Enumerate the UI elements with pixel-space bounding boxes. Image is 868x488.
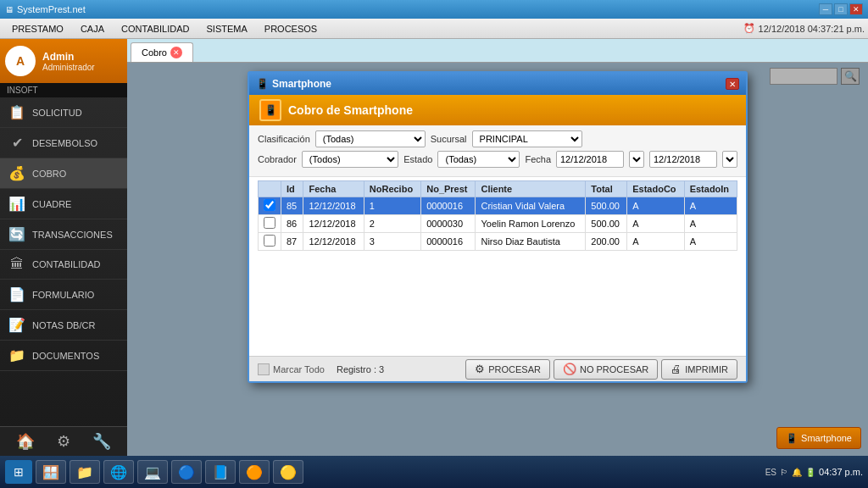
sidebar-item-formulario[interactable]: 📄 FORMULARIO — [0, 280, 127, 310]
table-body: 85 12/12/2018 1 0000016 Cristian Vidal V… — [259, 197, 737, 251]
cuadre-icon: 📊 — [8, 196, 25, 212]
cell-total: 200.00 — [586, 233, 627, 251]
sidebar-item-cobro[interactable]: 💰 COBRO — [0, 158, 127, 189]
taskbar-app-2[interactable]: 🌐 — [103, 460, 134, 484]
cell-estadoin: A — [684, 215, 737, 233]
menu-bar: PRESTAMO CAJA CONTABILIDAD SISTEMA PROCE… — [0, 19, 868, 39]
clasificacion-select[interactable]: (Todas) — [315, 130, 426, 147]
user-role: Administrador — [42, 63, 95, 72]
cell-estadoin: A — [684, 233, 737, 251]
main-layout: A Admin Administrador INSOFT 📋 SOLICITUD… — [0, 39, 868, 456]
cobrador-select[interactable]: (Todos) — [302, 151, 398, 168]
modal-overlay: 📱 Smartphone ✕ 📱 Cobro de Smartphone Cla… — [127, 63, 868, 456]
imprimir-icon: 🖨 — [670, 363, 682, 375]
menu-caja[interactable]: CAJA — [72, 22, 113, 36]
fecha-from-dropdown[interactable]: ▼ — [629, 151, 644, 168]
cobro-icon: 💰 — [8, 165, 25, 181]
cell-noprest: 0000016 — [421, 233, 476, 251]
table-row[interactable]: 86 12/12/2018 2 0000030 Yoelin Ramon Lor… — [259, 215, 737, 233]
config-icon[interactable]: 🔧 — [92, 432, 111, 451]
estado-label: Estado — [403, 154, 432, 164]
smartphone-btn-icon: 📱 — [786, 433, 798, 444]
filter-row-2: Cobrador (Todos) Estado (Todas) Fecha — [258, 151, 737, 168]
formulario-icon: 📄 — [8, 286, 25, 302]
sidebar-item-solicitud[interactable]: 📋 SOLICITUD — [0, 97, 127, 128]
menu-prestamo[interactable]: PRESTAMO — [3, 22, 72, 36]
taskbar-app-6[interactable]: 🟠 — [239, 460, 270, 484]
sidebar-item-contabilidad[interactable]: 🏛 CONTABILIDAD — [0, 250, 127, 280]
minimize-button[interactable]: ─ — [819, 3, 832, 15]
fecha-to-input[interactable] — [649, 151, 717, 168]
cobrador-label: Cobrador — [258, 154, 297, 164]
procesar-button[interactable]: ⚙ PROCESAR — [465, 359, 550, 380]
taskbar-app-3[interactable]: 💻 — [137, 460, 168, 484]
modal-close-button[interactable]: ✕ — [726, 78, 739, 90]
taskbar-notify-icon: 🔔 — [792, 468, 802, 477]
filter-row-1: Clasificación (Todas) Sucursal PRINCIPAL — [258, 130, 737, 147]
taskbar-app-5[interactable]: 📘 — [205, 460, 236, 484]
tab-cobro[interactable]: Cobro ✕ — [131, 42, 193, 62]
marcar-todo-checkbox[interactable] — [258, 363, 270, 375]
tab-cobro-label: Cobro — [142, 47, 167, 58]
menu-sistema[interactable]: SISTEMA — [198, 22, 256, 36]
taskbar-sys: ES 🏳 🔔 🔋 — [765, 468, 815, 477]
sidebar-item-documentos[interactable]: 📁 DOCUMENTOS — [0, 341, 127, 371]
title-bar: 🖥 SystemPrest.net ─ □ ✕ — [0, 0, 868, 19]
sidebar-item-notas[interactable]: 📝 NOTAS DB/CR — [0, 310, 127, 341]
close-button[interactable]: ✕ — [849, 3, 863, 15]
fecha-from-input[interactable] — [556, 151, 624, 168]
sucursal-select[interactable]: PRINCIPAL — [472, 130, 582, 147]
cell-fecha: 12/12/2018 — [303, 215, 364, 233]
row-checkbox-0[interactable] — [264, 199, 275, 211]
smartphone-btn-label: Smartphone — [801, 433, 852, 443]
col-noprest: No_Prest — [421, 181, 476, 197]
table-row[interactable]: 87 12/12/2018 3 0000016 Nirso Diaz Bauti… — [259, 233, 737, 251]
estado-select[interactable]: (Todas) — [437, 151, 520, 168]
col-checkbox — [259, 181, 281, 197]
sidebar-item-transacciones[interactable]: 🔄 TRANSACCIONES — [0, 219, 127, 250]
table-row[interactable]: 85 12/12/2018 1 0000016 Cristian Vidal V… — [259, 197, 737, 215]
documentos-label: DOCUMENTOS — [32, 351, 99, 361]
imprimir-button[interactable]: 🖨 IMPRIMIR — [661, 359, 737, 380]
taskbar-clock: 04:37 p.m. — [819, 467, 863, 477]
row-checkbox-1[interactable] — [264, 217, 275, 229]
smartphone-button[interactable]: 📱 Smartphone — [776, 427, 861, 449]
fecha-to-dropdown[interactable]: ▼ — [722, 151, 737, 168]
modal-footer: Marcar Todo Registro : 3 ⚙ PROCESAR 🚫 NO… — [249, 356, 746, 381]
cell-estadoco: A — [627, 215, 684, 233]
home-icon[interactable]: 🏠 — [16, 432, 35, 451]
start-icon: ⊞ — [14, 465, 24, 479]
start-button[interactable]: ⊞ — [5, 460, 32, 484]
modal-title-bar: 📱 Smartphone ✕ — [249, 73, 746, 95]
cell-total: 500.00 — [586, 197, 627, 215]
tab-close-cobro[interactable]: ✕ — [170, 47, 182, 58]
no-procesar-button[interactable]: 🚫 NO PROCESAR — [554, 359, 658, 380]
contabilidad-icon: 🏛 — [8, 257, 25, 272]
sidebar-nav: 📋 SOLICITUD ✔ DESEMBOLSO 💰 COBRO 📊 CUADR… — [0, 97, 127, 426]
language-label: ES — [765, 468, 776, 477]
settings-icon[interactable]: ⚙ — [57, 432, 70, 451]
transacciones-icon: 🔄 — [8, 226, 25, 242]
cell-estadoin: A — [684, 197, 737, 215]
desembolso-label: DESEMBOLSO — [32, 138, 97, 148]
modal-title-icon: 📱 — [256, 78, 269, 90]
documentos-icon: 📁 — [8, 347, 25, 363]
row-checkbox-2[interactable] — [264, 235, 275, 247]
col-estadoin: EstadoIn — [684, 181, 737, 197]
marcar-todo-area: Marcar Todo — [258, 363, 325, 375]
taskbar-app-7[interactable]: 🟡 — [273, 460, 303, 484]
sucursal-label: Sucursal — [431, 134, 467, 144]
tab-bar: Cobro ✕ — [127, 39, 868, 63]
sidebar-item-desembolso[interactable]: ✔ DESEMBOLSO — [0, 128, 127, 158]
menu-procesos[interactable]: PROCESOS — [256, 22, 326, 36]
maximize-button[interactable]: □ — [834, 3, 848, 15]
table-header-row: Id Fecha NoRecibo No_Prest Cliente Total… — [259, 181, 737, 197]
sidebar-item-cuadre[interactable]: 📊 CUADRE — [0, 189, 127, 219]
menu-contabilidad[interactable]: CONTABILIDAD — [113, 22, 198, 36]
taskbar-app-4[interactable]: 🔵 — [171, 460, 202, 484]
taskbar-app-1[interactable]: 📁 — [70, 460, 100, 484]
no-procesar-icon: 🚫 — [563, 363, 576, 375]
clasificacion-label: Clasificación — [258, 134, 310, 144]
cell-fecha: 12/12/2018 — [303, 197, 364, 215]
taskbar-app-0[interactable]: 🪟 — [36, 460, 66, 484]
